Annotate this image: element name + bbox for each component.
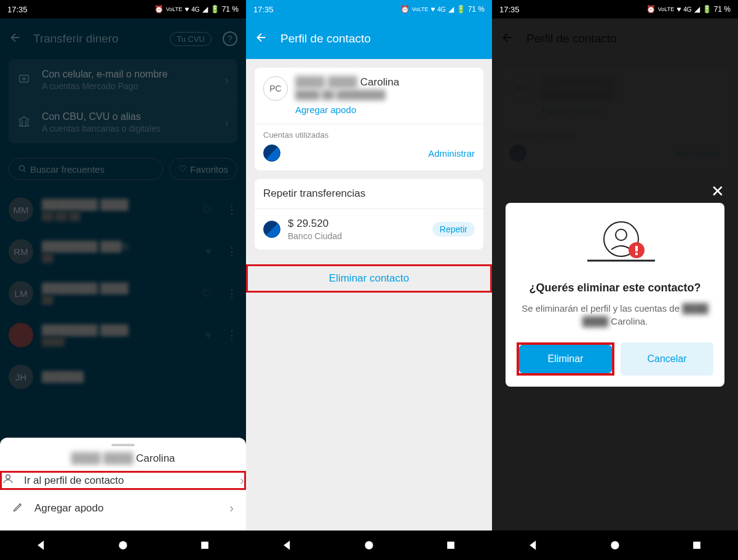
nav-home-icon[interactable] — [117, 539, 129, 551]
battery-icon: 🔋 — [210, 5, 220, 14]
phone-screen-3: 17:35 ⏰ VoLTE ♥ 4G ◢ 🔋 71 % Perfil de co… — [492, 0, 738, 560]
repeat-button[interactable]: Repetir — [432, 222, 475, 237]
svg-rect-15 — [693, 542, 700, 549]
alarm-icon: ⏰ — [154, 5, 164, 14]
nav-back-icon[interactable] — [281, 539, 293, 551]
nav-back-icon[interactable] — [35, 539, 47, 551]
transfer-amount: $ 29.520 — [288, 218, 425, 230]
status-bar: 17:35 ⏰ VoLTE ♥ 4G ◢ 🔋 71 % — [0, 0, 246, 18]
status-icons: ⏰ VoLTE ♥ 4G ◢ 🔋 71 % — [154, 5, 239, 14]
repeat-transfers-card: Repetir transferencias $ 29.520 Banco Ci… — [255, 179, 483, 250]
battery-icon: 🔋 — [456, 5, 466, 14]
bottom-sheet: ████ ████ Carolina Ir al perfil de conta… — [0, 438, 246, 530]
svg-point-3 — [6, 475, 10, 479]
edit-icon — [12, 500, 26, 516]
signal-icon: ◢ — [694, 5, 700, 14]
svg-point-6 — [365, 541, 373, 549]
android-nav — [492, 530, 738, 560]
confirm-dialog: ¿Querés eliminar este contacto? Se elimi… — [506, 203, 724, 387]
status-time: 17:35 — [7, 5, 28, 14]
chevron-right-icon: › — [229, 501, 234, 515]
status-bar: 17:35 ⏰ VoLTE ♥ 4G ◢ 🔋 71 % — [246, 0, 492, 18]
nav-recent-icon[interactable] — [199, 539, 211, 551]
bank-logo-icon — [263, 221, 280, 238]
cancel-button[interactable]: Cancelar — [621, 342, 713, 376]
nav-recent-icon[interactable] — [691, 539, 703, 551]
signal-icon: ◢ — [202, 5, 208, 14]
profile-icon — [2, 473, 15, 488]
status-time: 17:35 — [499, 5, 520, 14]
avatar: PC — [263, 76, 288, 101]
delete-contact-link[interactable]: Eliminar contacto — [246, 264, 492, 293]
signal-icon: ◢ — [448, 5, 454, 14]
android-nav — [0, 530, 246, 560]
svg-point-10 — [616, 229, 627, 240]
nav-back-icon[interactable] — [527, 539, 539, 551]
contact-name: ████ ████ Carolina — [295, 76, 399, 89]
chevron-right-icon: › — [240, 473, 244, 487]
status-icons: ⏰ VoLTE ♥ 4G ◢ 🔋 71 % — [400, 5, 485, 14]
nav-home-icon[interactable] — [363, 539, 375, 551]
wifi-icon: ♥ — [676, 5, 681, 14]
alarm-icon: ⏰ — [400, 5, 410, 14]
administer-link[interactable]: Administrar — [428, 148, 475, 159]
android-nav — [246, 530, 492, 560]
sheet-row-label: Agregar apodo — [34, 502, 221, 515]
phone-screen-1: 17:35 ⏰ VoLTE ♥ 4G ◢ 🔋 71 % Transferir d… — [0, 0, 246, 560]
sheet-title: ████ ████ Carolina — [0, 452, 246, 465]
back-arrow-icon[interactable] — [255, 31, 268, 47]
status-bar: 17:35 ⏰ VoLTE ♥ 4G ◢ 🔋 71 % — [492, 0, 738, 18]
add-nickname-link[interactable]: Agregar apodo — [295, 105, 399, 115]
bank-logo-icon — [263, 144, 280, 162]
profile-card: PC ████ ████ Carolina ████ ██ ████████ A… — [255, 68, 483, 170]
alarm-icon: ⏰ — [646, 5, 656, 14]
nav-recent-icon[interactable] — [445, 539, 457, 551]
svg-rect-7 — [447, 542, 454, 549]
volte-icon: VoLTE — [166, 6, 182, 12]
svg-point-14 — [611, 541, 619, 549]
transfer-bank: Banco Ciudad — [288, 231, 425, 241]
status-icons: ⏰ VoLTE ♥ 4G ◢ 🔋 71 % — [646, 5, 731, 14]
transfer-item[interactable]: $ 29.520 Banco Ciudad Repetir — [255, 209, 483, 250]
nav-home-icon[interactable] — [609, 539, 621, 551]
svg-rect-5 — [201, 542, 208, 549]
wifi-icon: ♥ — [430, 5, 435, 14]
add-nickname-button[interactable]: Agregar apodo › — [0, 490, 246, 526]
accounts-label: Cuentas utilizadas — [263, 130, 475, 140]
dialog-text: Se eliminarán el perfil y las cuentas de… — [517, 302, 713, 328]
svg-rect-13 — [635, 253, 638, 255]
delete-contact-illustration-icon — [584, 218, 646, 269]
wifi-icon: ♥ — [184, 5, 189, 14]
page-title: Perfil de contacto — [280, 32, 371, 45]
network-icon: 4G — [191, 6, 199, 13]
svg-point-4 — [119, 541, 127, 549]
drag-handle[interactable] — [111, 444, 135, 446]
go-to-profile-button[interactable]: Ir al perfil de contacto › — [0, 471, 246, 490]
confirm-delete-button[interactable]: Eliminar — [519, 345, 612, 373]
battery-icon: 🔋 — [702, 5, 712, 14]
repeat-title: Repetir transferencias — [255, 179, 483, 209]
header: Perfil de contacto — [246, 18, 492, 59]
status-time: 17:35 — [253, 5, 274, 14]
sheet-row-label: Ir al perfil de contacto — [24, 475, 231, 487]
dialog-title: ¿Querés eliminar este contacto? — [517, 282, 713, 294]
battery-percent: 71 % — [222, 5, 239, 14]
phone-screen-2: 17:35 ⏰ VoLTE ♥ 4G ◢ 🔋 71 % Perfil de co… — [246, 0, 492, 560]
contact-detail: ████ ██ ████████ — [295, 90, 399, 100]
close-icon[interactable]: ✕ — [711, 182, 724, 201]
svg-rect-12 — [635, 246, 638, 251]
